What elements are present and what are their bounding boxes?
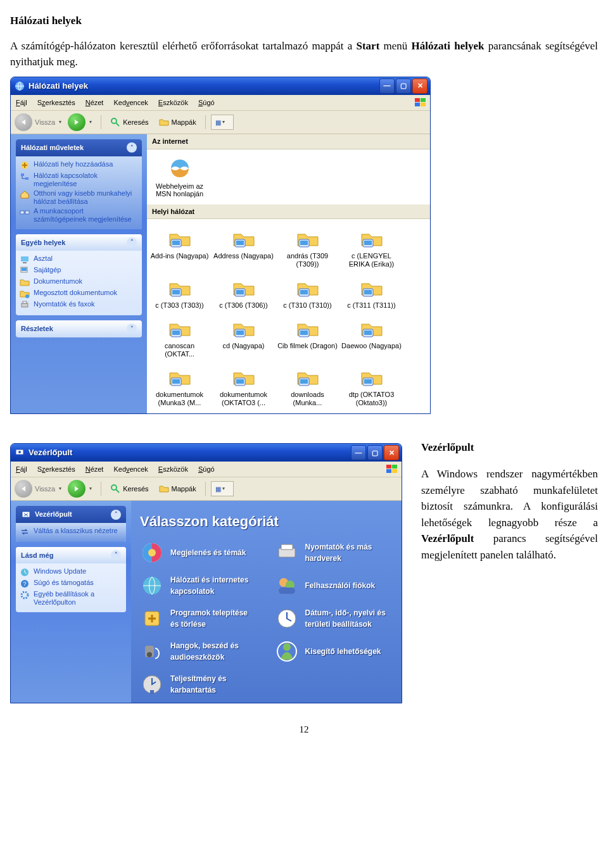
back-button[interactable] (15, 480, 32, 498)
panel-header[interactable]: Hálózati műveletek ˄ (16, 139, 142, 156)
minimize-button[interactable]: — (351, 445, 366, 460)
network-share-item[interactable]: c (T306 (T306)) (213, 272, 274, 312)
menu-help[interactable]: Súgó (197, 463, 216, 475)
category-item[interactable]: Dátum-, idő-, nyelvi és területi beállít… (275, 607, 393, 631)
back-dropdown[interactable]: ▾ (58, 485, 65, 493)
menu-file[interactable]: Fájl (15, 97, 28, 109)
svg-text:?: ? (23, 581, 26, 587)
category-icon (275, 639, 299, 664)
category-item[interactable]: Hangok, beszéd és audioeszközök (140, 639, 258, 664)
close-button[interactable]: ✕ (384, 445, 399, 460)
search-button[interactable]: Keresés (106, 482, 152, 496)
internet-item[interactable]: Webhelyeim az MSN honlapján (149, 153, 210, 201)
forward-dropdown[interactable]: ▾ (88, 485, 96, 493)
sidebar-item-classic-view[interactable]: Váltás a klasszikus nézetre (20, 527, 122, 537)
menu-view[interactable]: Nézet (84, 463, 105, 475)
folders-button[interactable]: Mappák (155, 116, 200, 129)
share-icon (167, 315, 193, 341)
expand-icon[interactable]: ˅ (127, 324, 137, 334)
back-dropdown[interactable]: ▾ (58, 118, 65, 126)
views-button[interactable]: ▦▾ (211, 115, 234, 130)
menu-help[interactable]: Súgó (197, 97, 216, 109)
network-share-item[interactable]: c (T303 (T303)) (149, 272, 210, 312)
menu-favorites[interactable]: Kedvencek (112, 97, 149, 109)
collapse-icon[interactable]: ˄ (127, 142, 137, 153)
sidebar-item-workgroup[interactable]: A munkacsoport számítógépeinek megjelení… (20, 207, 138, 223)
help-icon: ? (20, 579, 30, 589)
network-share-item[interactable]: dokumentumok (OKTATO3 (... (213, 362, 274, 409)
network-share-item[interactable]: cd (Nagyapa) (213, 313, 274, 360)
menu-file[interactable]: Fájl (15, 463, 28, 475)
sidebar-item-connections[interactable]: Hálózati kapcsolatok megjelenítése (20, 172, 138, 188)
search-button[interactable]: Keresés (106, 116, 152, 129)
menu-tools[interactable]: Eszközök (157, 97, 189, 109)
network-share-item[interactable]: downloads (Munka... (277, 362, 338, 409)
maximize-button[interactable]: ▢ (396, 79, 411, 94)
forward-dropdown[interactable]: ▾ (88, 118, 96, 126)
network-share-item[interactable]: c (T311 (T311)) (341, 272, 402, 312)
back-button[interactable] (15, 113, 32, 131)
minimize-button[interactable]: — (379, 79, 395, 94)
collapse-icon[interactable]: ˄ (111, 510, 121, 520)
forward-button[interactable] (68, 113, 86, 131)
sidebar-item-windows-update[interactable]: Windows Update (20, 567, 122, 577)
forward-button[interactable] (68, 480, 86, 498)
menu-view[interactable]: Nézet (84, 97, 105, 109)
network-share-item[interactable]: Daewoo (Nagyapa) (341, 313, 402, 360)
category-icon (275, 541, 299, 565)
category-item[interactable]: Nyomtatók és más hardverek (275, 541, 393, 565)
menu-edit[interactable]: Szerkesztés (36, 97, 77, 109)
maximize-button[interactable]: ▢ (367, 445, 383, 460)
category-item[interactable]: Hálózati és internetes kapcsolatok (140, 574, 258, 598)
category-icon (140, 607, 164, 631)
titlebar[interactable]: Hálózati helyek — ▢ ✕ (11, 77, 430, 95)
menu-edit[interactable]: Szerkesztés (36, 463, 77, 475)
network-share-item[interactable]: c (T310 (T310)) (277, 272, 338, 312)
category-item[interactable]: Kisegítő lehetőségek (275, 639, 393, 664)
menu-favorites[interactable]: Kedvencek (112, 463, 149, 475)
svg-rect-55 (386, 469, 391, 473)
category-item[interactable]: Teljesítmény és karbantartás (140, 672, 258, 696)
svg-rect-10 (20, 211, 24, 214)
workgroup-icon (20, 207, 30, 217)
sidebar-item-other-settings[interactable]: Egyéb beállítások a Vezérlőpulton (20, 590, 122, 607)
network-share-item[interactable]: dtp (OKTATO3 (Oktato3)) (341, 362, 402, 409)
sidebar-item-printers[interactable]: Nyomtatók és faxok (20, 300, 138, 310)
share-icon (167, 364, 193, 389)
collapse-icon[interactable]: ˄ (111, 550, 121, 560)
svg-rect-26 (364, 241, 372, 245)
category-item[interactable]: Megjelenés és témák (140, 541, 258, 565)
views-button[interactable]: ▦▾ (211, 481, 234, 496)
titlebar[interactable]: Vezérlőpult — ▢ ✕ (11, 444, 402, 462)
sidebar-item-help-support[interactable]: ?Súgó és támogatás (20, 579, 122, 589)
menu-tools[interactable]: Eszközök (157, 463, 189, 475)
category-item[interactable]: Programok telepítése és törlése (140, 607, 258, 631)
svg-point-63 (22, 592, 28, 598)
network-share-item[interactable]: Cib filmek (Dragon) (277, 313, 338, 360)
network-share-item[interactable]: Address (Nagyapa) (213, 223, 274, 270)
category-icon (140, 541, 164, 565)
share-icon (231, 315, 256, 341)
network-share-item[interactable]: canoscan (OKTAT... (149, 313, 210, 360)
svg-rect-34 (364, 290, 372, 294)
svg-rect-12 (21, 256, 28, 261)
sidebar-item-documents[interactable]: Dokumentumok (20, 277, 138, 287)
network-share-item[interactable]: Add-ins (Nagyapa) (149, 223, 210, 270)
sidebar-item-mycomputer[interactable]: Sajátgép (20, 266, 138, 276)
sidebar-item-add-place[interactable]: Hálózati hely hozzáadása (20, 160, 138, 170)
svg-rect-24 (300, 241, 308, 245)
panel-network-tasks: Hálózati műveletek ˄ Hálózati hely hozzá… (16, 139, 142, 229)
collapse-icon[interactable]: ˄ (127, 237, 137, 248)
group-internet-header: Az internet (147, 134, 430, 149)
category-item[interactable]: Felhasználói fiókok (275, 574, 393, 598)
network-share-item[interactable]: dokumentumok (Munka3 (M... (149, 362, 210, 409)
sidebar-item-home-network[interactable]: Otthoni vagy kisebb munkahelyi hálózat b… (20, 189, 138, 206)
svg-point-75 (147, 652, 152, 657)
close-button[interactable]: ✕ (412, 79, 428, 94)
svg-rect-8 (21, 173, 24, 176)
network-share-item[interactable]: andrás (T309 (T309)) (277, 223, 338, 270)
folders-button[interactable]: Mappák (155, 482, 200, 496)
sidebar-item-desktop[interactable]: Asztal (20, 255, 138, 265)
network-share-item[interactable]: c (LENGYEL ERIKA (Erika)) (341, 223, 402, 270)
sidebar-item-shared-docs[interactable]: Megosztott dokumentumok (20, 289, 138, 299)
